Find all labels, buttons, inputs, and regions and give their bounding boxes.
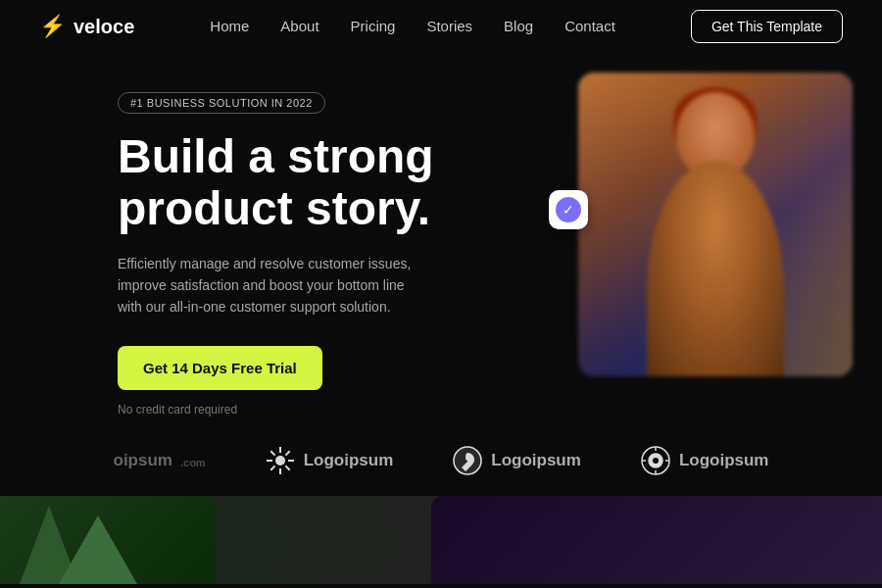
check-card: ✓ (549, 190, 588, 229)
nav-blog[interactable]: Blog (504, 18, 533, 34)
svg-line-5 (270, 451, 274, 455)
hero-image-area: ✓ (578, 73, 882, 386)
logo-item-sunburst: Logoipsum (265, 445, 394, 476)
svg-point-13 (653, 458, 659, 464)
hero-content: #1 BUSINESS SOLUTION IN 2022 Build a str… (118, 82, 529, 417)
get-template-button[interactable]: Get This Template (691, 10, 843, 43)
bottom-right-image (431, 496, 882, 584)
svg-line-7 (285, 451, 289, 455)
nav-pricing[interactable]: Pricing (351, 18, 396, 34)
nav-links: Home About Pricing Stories Blog Contact (210, 18, 615, 35)
hero-section: #1 BUSINESS SOLUTION IN 2022 Build a str… (0, 53, 882, 425)
logo-label-target: Logoipsum (679, 451, 769, 470)
logo-item-steam: Logoipsum (452, 445, 581, 476)
no-card-note: No credit card required (118, 403, 237, 416)
nav-about[interactable]: About (280, 18, 318, 34)
bottom-left-image (0, 496, 216, 584)
logo-item-oipsum: oipsum .com (114, 451, 206, 470)
nav-home[interactable]: Home (210, 18, 249, 34)
hero-image (578, 73, 853, 376)
steam-icon (452, 445, 483, 476)
check-icon: ✓ (556, 197, 581, 222)
svg-line-6 (285, 466, 289, 469)
tree-shape-2 (59, 515, 137, 584)
svg-point-0 (275, 456, 285, 466)
target-icon (640, 445, 671, 476)
hero-description: Efficiently manage and resolve customer … (118, 253, 431, 318)
logo-label-sunburst: Logoipsum (304, 451, 394, 470)
logo-item-target: Logoipsum (640, 445, 769, 476)
logo-partial-text: oipsum (114, 451, 172, 470)
navbar: ⚡ veloce Home About Pricing Stories Blog… (0, 0, 882, 53)
logo-suffix: .com (180, 457, 206, 468)
hero-badge: #1 BUSINESS SOLUTION IN 2022 (118, 92, 325, 114)
logo[interactable]: ⚡ veloce (39, 14, 134, 39)
sunburst-icon (265, 445, 296, 476)
hero-title: Build a strong product story. (118, 131, 529, 235)
nav-contact[interactable]: Contact (564, 18, 615, 34)
logos-section: oipsum .com Logoipsum Logoipsum (0, 425, 882, 496)
bolt-icon: ⚡ (39, 14, 66, 39)
logo-label-steam: Logoipsum (491, 451, 581, 470)
brand-name: veloce (74, 16, 134, 38)
trial-button[interactable]: Get 14 Days Free Trial (118, 346, 322, 390)
nav-stories[interactable]: Stories (426, 18, 472, 34)
svg-line-8 (270, 466, 274, 469)
bottom-section (0, 496, 882, 584)
